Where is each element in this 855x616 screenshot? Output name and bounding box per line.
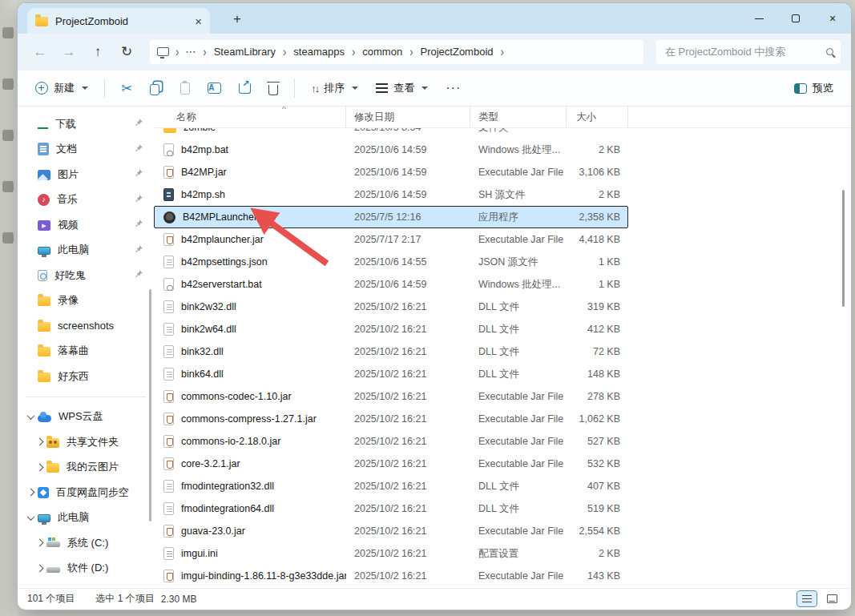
- file-row-commons-compress-1.27.1.jar[interactable]: commons-compress-1.27.1.jar2025/10/2 16:…: [154, 408, 628, 430]
- column-header-date[interactable]: 修改日期: [346, 107, 470, 127]
- cut-button[interactable]: ✂: [113, 74, 140, 102]
- file-row-commons-io-2.18.0.jar[interactable]: commons-io-2.18.0.jar2025/10/2 16:21Exec…: [154, 430, 628, 453]
- rename-button[interactable]: A: [200, 74, 229, 102]
- sidebar-item-好吃鬼[interactable]: 好吃鬼: [18, 263, 154, 288]
- breadcrumb-item[interactable]: SteamLibrary: [208, 43, 281, 60]
- json-file-icon: [163, 256, 174, 268]
- column-header-size[interactable]: 大小: [567, 107, 628, 127]
- sidebar-item-此电脑[interactable]: 此电脑: [18, 238, 154, 264]
- sidebar-item-label: WPS云盘: [58, 409, 103, 424]
- search-input[interactable]: [663, 45, 826, 58]
- file-row-commons-codec-1.10.jar[interactable]: commons-codec-1.10.jar2025/10/2 16:21Exe…: [154, 385, 628, 408]
- details-view-button[interactable]: [797, 591, 817, 606]
- delete-button[interactable]: [260, 74, 286, 102]
- copy-button[interactable]: [142, 74, 171, 102]
- paste-icon: [180, 83, 190, 95]
- sidebar-scrollbar[interactable]: [149, 289, 151, 521]
- desktop-icon: [2, 27, 14, 38]
- file-row-B42MP.jar[interactable]: B42MP.jar2025/10/6 14:59Executable Jar F…: [154, 161, 628, 183]
- minimize-button[interactable]: [740, 3, 777, 34]
- file-size: 532 KB: [567, 458, 628, 469]
- file-row-b42mpsettings.json[interactable]: b42mpsettings.json2025/10/6 14:55JSON 源文…: [154, 251, 628, 273]
- view-button[interactable]: 查看: [368, 74, 436, 102]
- file-row-imgui.ini[interactable]: imgui.ini2025/10/2 16:21配置设置2 KB: [154, 542, 628, 565]
- file-type: DLL 文件: [470, 480, 567, 493]
- preview-button[interactable]: 预览: [786, 74, 841, 102]
- refresh-button[interactable]: ↻: [114, 39, 139, 65]
- file-row-bink64.dll[interactable]: bink64.dll2025/10/2 16:21DLL 文件148 KB: [154, 363, 628, 385]
- file-row-fmodintegration32.dll[interactable]: fmodintegration32.dll2025/10/2 16:21DLL …: [154, 475, 628, 497]
- chevron-down-icon[interactable]: [27, 412, 35, 420]
- sidebar-item-录像[interactable]: 录像: [18, 288, 154, 314]
- address-bar[interactable]: › ⋯ ›SteamLibrary›steamapps›common›Proje…: [149, 39, 644, 65]
- chevron-right-icon[interactable]: [36, 564, 44, 572]
- sidebar-item-音乐[interactable]: ♪音乐: [18, 187, 154, 213]
- sidebar-item-此电脑[interactable]: 此电脑: [18, 505, 154, 531]
- file-row-b42serverstart.bat[interactable]: b42serverstart.bat2025/10/6 14:59Windows…: [154, 273, 628, 296]
- sidebar-item-我的云图片[interactable]: 我的云图片: [18, 455, 154, 481]
- paste-button[interactable]: [172, 74, 198, 102]
- preview-pane-icon: [794, 83, 807, 94]
- forward-button[interactable]: →: [56, 39, 82, 65]
- column-header-type[interactable]: 类型: [470, 107, 567, 127]
- file-row-b42mplauncher.jar[interactable]: b42mplauncher.jar2025/7/17 2:17Executabl…: [154, 228, 628, 251]
- file-row-guava-23.0.jar[interactable]: guava-23.0.jar2025/10/2 16:21Executable …: [154, 520, 628, 542]
- back-button[interactable]: ←: [27, 39, 53, 65]
- sidebar-item-下载[interactable]: 下载: [18, 111, 154, 137]
- sidebar-item-文档[interactable]: 文档: [18, 137, 154, 163]
- more-options-button[interactable]: ···: [438, 74, 469, 102]
- chevron-right-icon[interactable]: [36, 463, 44, 471]
- close-button[interactable]: ×: [814, 3, 851, 34]
- up-button[interactable]: ↑: [85, 39, 111, 65]
- file-row-bink2w64.dll[interactable]: bink2w64.dll2025/10/2 16:21DLL 文件412 KB: [154, 318, 628, 340]
- new-button[interactable]: 新建: [27, 74, 96, 102]
- sidebar-item-系统 (C:)[interactable]: 系统 (C:): [18, 530, 154, 556]
- explorer-tab[interactable]: ProjectZomboid ×: [27, 8, 210, 34]
- breadcrumb-item[interactable]: ProjectZomboid: [414, 43, 498, 60]
- file-row-imgui-binding-1.86.11-8-g3e33dde.jar[interactable]: imgui-binding-1.86.11-8-g3e33dde.jar2025…: [154, 565, 628, 587]
- breadcrumb-item[interactable]: common: [357, 43, 408, 60]
- file-row-b42mp.sh[interactable]: b42mp.sh2025/10/6 14:59SH 源文件2 KB: [154, 183, 628, 206]
- file-row-bink32.dll[interactable]: bink32.dll2025/10/2 16:21DLL 文件72 KB: [154, 340, 628, 363]
- large-icons-view-button[interactable]: [822, 591, 841, 606]
- sidebar-item-软件 (D:)[interactable]: 软件 (D:): [18, 556, 154, 582]
- file-row-fmodintegration64.dll[interactable]: fmodintegration64.dll2025/10/2 16:21DLL …: [154, 497, 628, 520]
- new-tab-button[interactable]: +: [228, 11, 247, 27]
- breadcrumb-item[interactable]: steamapps: [288, 43, 350, 60]
- pin-icon: [134, 118, 143, 130]
- sidebar-item-落幕曲[interactable]: 落幕曲: [18, 339, 154, 364]
- file-name-cell: fmodintegration32.dll: [154, 480, 346, 493]
- sidebar-item-WPS云盘[interactable]: WPS云盘: [18, 405, 154, 430]
- maximize-button[interactable]: [777, 3, 814, 34]
- sidebar-item-screenshots[interactable]: screenshots: [18, 313, 154, 339]
- download-icon: [38, 119, 48, 129]
- sidebar-item-视频[interactable]: ▶视频: [18, 212, 154, 238]
- sidebar-item-图片[interactable]: 图片: [18, 162, 154, 187]
- file-row-b42mp.bat[interactable]: b42mp.bat2025/10/6 14:59Windows 批处理...2 …: [154, 139, 628, 161]
- column-header-name[interactable]: 名称: [154, 107, 346, 127]
- sidebar-item-百度网盘同步空[interactable]: 百度网盘同步空: [18, 480, 154, 505]
- chevron-down-icon[interactable]: [27, 513, 35, 521]
- chevron-right-icon[interactable]: [36, 539, 44, 547]
- sidebar-item-好东西[interactable]: 好东西: [18, 364, 154, 389]
- jar-file-icon: [163, 233, 174, 246]
- file-row-bink2w32.dll[interactable]: bink2w32.dll2025/10/2 16:21DLL 文件319 KB: [154, 296, 628, 318]
- drive-c-icon: [46, 542, 60, 547]
- share-button[interactable]: [231, 74, 259, 102]
- tab-close-icon[interactable]: ×: [195, 15, 202, 27]
- chevron-right-icon[interactable]: [36, 438, 44, 446]
- chevron-right-icon[interactable]: [27, 489, 35, 497]
- jar-file-icon: [163, 390, 174, 403]
- file-row-B42MPLauncher.exe[interactable]: B42MPLauncher.exe2025/7/5 12:16应用程序2,358…: [154, 206, 628, 228]
- file-name: core-3.2.1.jar: [181, 458, 240, 469]
- sort-button[interactable]: ↑↓ 排序: [303, 74, 366, 102]
- desktop-icon: [2, 79, 14, 90]
- file-list-scrollbar[interactable]: [842, 190, 845, 307]
- breadcrumb-overflow[interactable]: ⋯: [182, 46, 200, 58]
- file-row-core-3.2.1.jar[interactable]: core-3.2.1.jar2025/10/2 16:21Executable …: [154, 453, 628, 475]
- file-name: bink2w64.dll: [181, 324, 236, 335]
- file-size: 72 KB: [567, 346, 628, 357]
- sidebar-item-共享文件夹[interactable]: 共享文件夹: [18, 429, 154, 455]
- file-date: 2025/10/2 16:21: [346, 346, 470, 357]
- search-box[interactable]: [655, 39, 841, 65]
